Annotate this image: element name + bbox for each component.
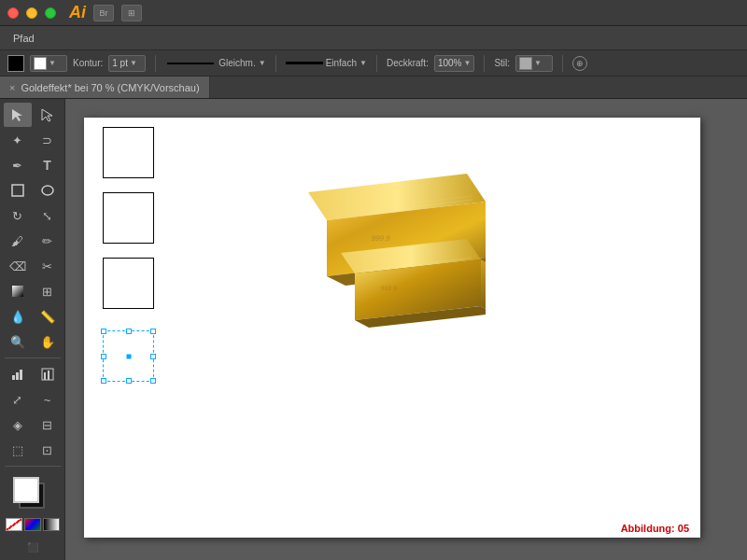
svg-point-1 — [42, 186, 53, 195]
stroke-color-arrow: ▼ — [49, 59, 56, 67]
handle-bc — [126, 378, 132, 384]
hand-tool[interactable]: ✋ — [34, 329, 62, 354]
stil-arrow: ▼ — [534, 59, 542, 67]
pen-tool[interactable]: ✒ — [4, 153, 32, 177]
stil-select[interactable]: ▼ — [515, 55, 553, 72]
symbol-tool[interactable]: ◈ — [4, 413, 32, 437]
app-logo: Ai — [69, 3, 86, 22]
fullscreen-button[interactable] — [45, 7, 56, 19]
gold-bars-image: 999.9 999.9 — [243, 155, 486, 351]
gradient-tool[interactable] — [4, 279, 32, 303]
handle-bl — [101, 378, 106, 384]
color-btn[interactable] — [24, 518, 41, 531]
scale-tool[interactable]: ⤡ — [34, 203, 62, 228]
titlebar: Ai Br ⊞ — [0, 0, 747, 26]
tool-row-6: 🖌 ✏ — [1, 229, 64, 253]
square-4-selected[interactable] — [103, 330, 154, 382]
screen-mode-row: ⬛ — [21, 538, 44, 556]
brush-tool[interactable]: 🖌 — [4, 229, 32, 253]
rotate-tool[interactable]: ↻ — [4, 203, 32, 228]
canvas-area[interactable]: 999.9 999.9 — [65, 99, 747, 560]
kontur-label: Kontur: — [73, 58, 103, 68]
stil-label: Stil: — [494, 58, 510, 68]
main-area: ✦ ⊃ ✒ T ↻ ⤡ 🖌 ✏ ⌫ ✂ — [0, 99, 747, 560]
eyedropper-tool[interactable]: 💧 — [4, 304, 32, 329]
artboard-tool[interactable]: ⬚ — [4, 438, 32, 462]
pencil-tool[interactable]: ✏ — [34, 229, 62, 253]
chart-tool[interactable] — [4, 362, 32, 386]
slice-tool[interactable]: ⊡ — [34, 438, 62, 462]
square-2[interactable] — [103, 192, 154, 244]
magic-wand-tool[interactable]: ✦ — [4, 128, 32, 152]
line-style-select[interactable]: Einfach ▼ — [286, 58, 367, 68]
linestyle-arrow: ▼ — [359, 59, 367, 67]
tool-row-3: ✒ T — [1, 153, 64, 177]
handle-tc — [126, 329, 132, 334]
tool-row-10: 🔍 ✋ — [1, 329, 64, 354]
mesh-tool[interactable]: ⊞ — [34, 279, 62, 303]
color-mode-row — [6, 518, 60, 531]
direct-select-tool[interactable] — [34, 103, 62, 127]
tool-row-8: ⊞ — [1, 279, 64, 303]
tab-title: Goldeffekt* bei 70 % (CMYK/Vorschau) — [21, 82, 199, 93]
scissors-tool[interactable]: ✂ — [34, 254, 62, 278]
type-tool[interactable]: T — [34, 153, 62, 177]
minimize-button[interactable] — [26, 7, 37, 19]
tab-close[interactable]: × — [9, 82, 15, 93]
select-tool[interactable] — [4, 103, 32, 127]
screen-mode-btn[interactable]: ⬛ — [23, 539, 42, 554]
separator-2 — [275, 55, 276, 72]
globe-icon[interactable]: ⊕ — [572, 56, 587, 71]
document-tab[interactable]: × Goldeffekt* bei 70 % (CMYK/Vorschau) — [0, 77, 210, 98]
fill-color-swatch[interactable] — [13, 477, 39, 503]
tool-row-9: 💧 📏 — [1, 304, 64, 329]
none-color-btn[interactable] — [6, 518, 22, 531]
tool-row-5: ↻ ⤡ — [1, 203, 64, 228]
dash-arrow: ▼ — [259, 59, 266, 67]
stroke-weight-select[interactable]: 1 pt ▼ — [108, 55, 146, 72]
measure-tool[interactable]: 📏 — [34, 304, 62, 329]
square-1[interactable] — [103, 127, 154, 178]
tool-row-14: ⬚ ⊡ — [1, 438, 64, 462]
warp-tool[interactable]: ~ — [34, 387, 62, 412]
eraser-tool[interactable]: ⌫ — [4, 254, 32, 278]
artboard: 999.9 999.9 — [84, 118, 700, 538]
deckkraft-arrow: ▼ — [464, 59, 472, 67]
close-button[interactable] — [7, 7, 19, 19]
zoom-tool[interactable]: 🔍 — [4, 329, 32, 354]
column-chart-tool[interactable] — [34, 362, 62, 386]
handle-tr — [150, 329, 156, 334]
handle-ml — [101, 354, 106, 359]
svg-text:999.9: 999.9 — [371, 234, 391, 243]
column-graph-tool[interactable]: ⊟ — [34, 413, 62, 437]
optionsbar: ▼ Kontur: 1 pt ▼ Gleichm. ▼ Einfach ▼ De… — [0, 50, 747, 77]
swatch-container — [13, 477, 52, 512]
ellipse-tool[interactable] — [34, 178, 62, 203]
color-swatches — [0, 471, 65, 537]
tool-row-2: ✦ ⊃ — [1, 128, 64, 152]
dash-select[interactable]: Gleichm. ▼ — [165, 58, 265, 68]
lasso-tool[interactable]: ⊃ — [34, 128, 62, 152]
svg-text:999.9: 999.9 — [380, 285, 398, 291]
bridge-icon[interactable]: Br — [93, 5, 114, 21]
separator-5 — [562, 55, 563, 72]
deckkraft-select[interactable]: 100% ▼ — [434, 55, 475, 72]
view-icon[interactable]: ⊞ — [121, 5, 142, 21]
handle-br — [150, 378, 156, 384]
tool-row-12: ⤢ ~ — [1, 387, 64, 412]
tool-row-13: ◈ ⊟ — [1, 413, 64, 437]
square-3[interactable] — [103, 258, 154, 309]
toolbar: ✦ ⊃ ✒ T ↻ ⤡ 🖌 ✏ ⌫ ✂ — [0, 99, 65, 560]
menu-item-pfad[interactable]: Pfad — [7, 31, 40, 46]
transform-tool[interactable]: ⤢ — [4, 387, 32, 412]
stroke-color-select[interactable]: ▼ — [30, 55, 67, 72]
separator-3 — [376, 55, 377, 72]
gradient-btn[interactable] — [43, 518, 60, 531]
svg-rect-3 — [12, 375, 15, 380]
tabbar: × Goldeffekt* bei 70 % (CMYK/Vorschau) — [0, 77, 747, 99]
handle-mr — [150, 354, 156, 359]
center-point — [126, 354, 131, 358]
fill-swatch[interactable] — [7, 55, 24, 72]
tool-row-1 — [1, 103, 64, 127]
rect-tool[interactable] — [4, 178, 32, 203]
